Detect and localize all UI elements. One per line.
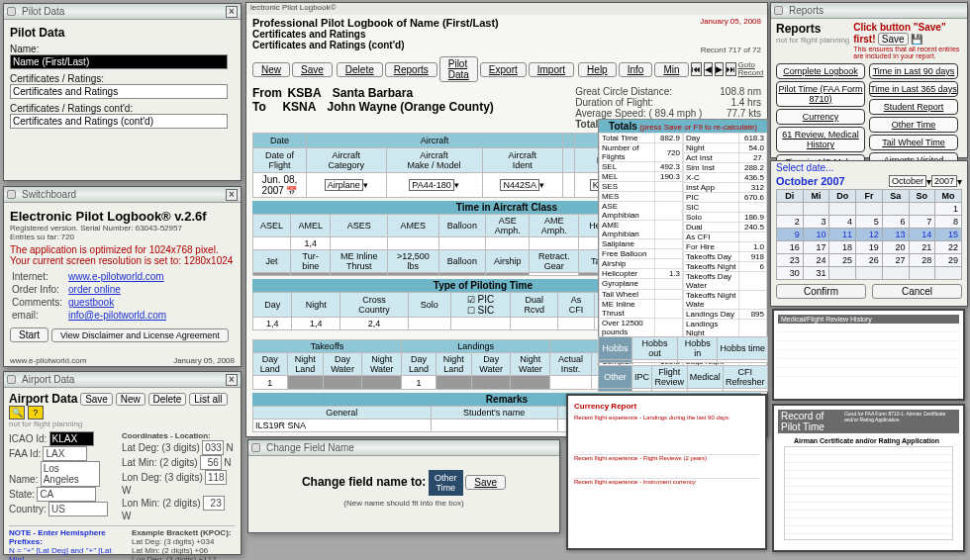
pilot-data-title: Pilot Data	[19, 6, 64, 17]
cert-label: Certificates / Ratings:	[10, 73, 235, 84]
report-button[interactable]: Time in Last 365 days	[869, 81, 958, 97]
window-icon	[7, 375, 16, 384]
delete-button[interactable]: Delete	[148, 393, 187, 406]
report-button[interactable]: Pilot Time (FAA Form 8710)	[776, 81, 865, 107]
min-button[interactable]: Min	[654, 62, 688, 77]
save-button[interactable]: Save	[80, 393, 113, 406]
change-field-titlebar[interactable]: Change Field Name	[248, 440, 559, 456]
month-select[interactable]: October	[889, 175, 926, 187]
example-header: Example Brackett (KPOC):	[132, 528, 236, 537]
name-field[interactable]: Los Angeles	[41, 461, 100, 487]
list-all-button[interactable]: List all	[189, 393, 227, 406]
pilot-data-titlebar[interactable]: Pilot Data ×	[4, 4, 241, 20]
switchboard-heading: Electronic Pilot Logbook® v.2.6f	[10, 209, 235, 224]
londeg-field[interactable]: 118	[205, 470, 227, 485]
airport-data-window: Airport Data × Airport Data Save New Del…	[3, 371, 242, 555]
calendar-window: Select date... October 2007 October▾ 200…	[770, 160, 968, 307]
lonmin-field[interactable]: 23	[203, 496, 225, 511]
binoculars-icon[interactable]: 🔍	[9, 406, 25, 420]
latdeg-field[interactable]: 033	[202, 440, 224, 455]
internet-link[interactable]: www.e-pilotworld.com	[68, 271, 164, 282]
nav-last-icon[interactable]: ⏭	[726, 62, 736, 76]
export-button[interactable]: Export	[480, 62, 527, 77]
report-button[interactable]: Complete Logbook	[776, 63, 865, 79]
calendar-month-label: October 2007	[776, 175, 889, 187]
country-field[interactable]: US	[48, 502, 108, 516]
info-button[interactable]: Info	[619, 62, 653, 77]
pilotdata-button[interactable]: Pilot Data	[439, 56, 478, 82]
date-field[interactable]: Jun. 08, 2007	[262, 174, 298, 196]
order-link[interactable]: order online	[68, 284, 121, 295]
report-button[interactable]: Student Report	[869, 99, 958, 115]
switchboard-titlebar[interactable]: Switchboard ×	[4, 187, 241, 203]
nav-first-icon[interactable]: ⏮	[691, 62, 702, 76]
thumb-medical: Medical/Flight Review History	[772, 309, 965, 401]
londeg-label: Lon Deg: (3 digits)	[122, 472, 203, 483]
year-select[interactable]: 2007	[931, 175, 957, 187]
record-counter: Record 717 of 72	[700, 46, 761, 54]
report-button[interactable]: Currency	[776, 109, 865, 125]
airport-heading: Airport Data	[9, 392, 77, 406]
comments-link[interactable]: guestbook	[68, 297, 114, 308]
switchboard-title: Switchboard	[19, 189, 76, 200]
icao-field[interactable]: KLAX	[49, 431, 94, 446]
from-code: KSBA	[288, 86, 322, 100]
nav-next-icon[interactable]: ▶	[715, 62, 724, 76]
report-button[interactable]: Tail Wheel Time	[869, 135, 958, 150]
email-label: email:	[12, 310, 66, 321]
latdeg-label: Lat Deg: (3 digits)	[122, 442, 200, 453]
delete-button[interactable]: Delete	[337, 62, 383, 77]
ident-select[interactable]: N442SA	[500, 179, 539, 191]
window-icon	[7, 7, 16, 16]
name-field[interactable]: Name (First/Last)	[10, 54, 228, 69]
faa-label: FAA Id:	[9, 448, 41, 459]
faa-field[interactable]: LAX	[43, 446, 87, 461]
state-field[interactable]: CA	[37, 487, 96, 502]
help-button[interactable]: Help	[578, 62, 617, 77]
airport-titlebar[interactable]: Airport Data ×	[4, 372, 241, 388]
field-name-box[interactable]: Other Time	[429, 470, 463, 496]
pilot-data-window: Pilot Data × Pilot Data Name: Name (Firs…	[3, 3, 242, 181]
report-button[interactable]: 61 Review, Medical History	[776, 127, 865, 152]
airport-title: Airport Data	[19, 374, 74, 385]
help-icon[interactable]: ?	[28, 406, 44, 420]
report-button[interactable]: Other Time	[869, 117, 958, 133]
footer-date: January 05, 2008	[173, 356, 235, 365]
save-button[interactable]: Save	[878, 33, 909, 46]
makemodel-select[interactable]: PA44-180	[409, 179, 453, 191]
reports-titlebar[interactable]: Reports	[771, 3, 967, 19]
window-icon	[774, 6, 783, 15]
disclaimer-button[interactable]: View Disclaimer and License Agreement	[51, 328, 229, 342]
start-button[interactable]: Start	[10, 327, 48, 342]
new-button[interactable]: New	[116, 393, 146, 406]
save-button[interactable]: Save	[465, 475, 506, 490]
confirm-button[interactable]: Confirm	[776, 284, 866, 299]
note-header: NOTE - Enter Hemisphere Prefixes:	[9, 528, 126, 546]
logbook-date: January 05, 2008	[700, 17, 761, 26]
import-button[interactable]: Import	[529, 62, 574, 77]
close-icon[interactable]: ×	[226, 374, 238, 386]
latmin-field[interactable]: 56	[200, 455, 222, 470]
close-icon[interactable]: ×	[226, 6, 238, 18]
name-label: Name:	[9, 474, 38, 485]
cancel-button[interactable]: Cancel	[872, 284, 962, 299]
email-link[interactable]: info@e-pilotworld.com	[68, 310, 166, 321]
change-field-heading: Change field name to:	[302, 475, 426, 489]
close-icon[interactable]: ×	[226, 189, 238, 201]
nav-prev-icon[interactable]: ◀	[704, 62, 713, 76]
new-button[interactable]: New	[252, 62, 290, 77]
pilot-data-heading: Pilot Data	[10, 26, 235, 40]
cert-field[interactable]: Certificates and Ratings	[10, 84, 228, 99]
save-button[interactable]: Save	[292, 62, 333, 77]
cert2-field[interactable]: Certificates and Ratings (cont'd)	[10, 114, 228, 129]
to-name: John Wayne (Orange County)	[328, 100, 494, 114]
report-button[interactable]: Time in Last 90 days	[869, 63, 958, 79]
category-select[interactable]: Airplane	[325, 179, 363, 191]
internet-label: Internet:	[12, 271, 66, 282]
window-icon	[7, 190, 16, 199]
calendar-title: Select date...	[771, 161, 967, 175]
cert2-label: Certificates / Ratings cont'd:	[10, 103, 235, 114]
reports-button[interactable]: Reports	[385, 62, 437, 77]
hobbs-panel: HobbsHobbs outHobbs inHobbs time OtherIP…	[598, 336, 768, 392]
goto-record[interactable]: Goto Record	[738, 61, 764, 77]
